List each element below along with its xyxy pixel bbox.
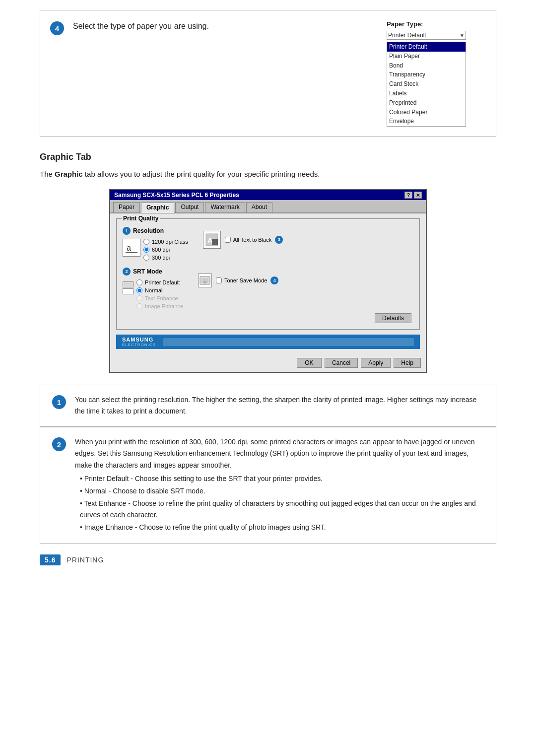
all-text-icon: A <box>203 231 221 249</box>
resolution-options: 1200 dpi Class 600 dpi 300 dpi <box>143 239 188 261</box>
graphic-tab-heading: Graphic Tab <box>40 152 496 162</box>
paper-type-option-labels[interactable]: Labels <box>387 89 466 98</box>
toner-save-icon <box>198 274 212 287</box>
info-row-1: 1 You can select the printing resolution… <box>52 394 484 417</box>
resolution-icon: a <box>123 239 140 257</box>
resolution-600-radio[interactable] <box>143 247 149 253</box>
srt-normal[interactable]: Normal <box>136 287 183 293</box>
info-1-num: 1 <box>52 395 66 409</box>
print-quality-title: Print Quality <box>122 215 160 222</box>
help-button[interactable]: Help <box>394 358 421 368</box>
tab-about[interactable]: About <box>246 202 272 212</box>
resolution-col: 1 Resolution a 1200 dpi Class <box>123 227 188 261</box>
print-quality-group: Print Quality 1 Resolution a <box>116 218 420 330</box>
info-box-1: 1 You can select the printing resolution… <box>40 385 496 426</box>
dialog-tabs: Paper Graphic Output Watermark About <box>110 200 426 213</box>
srt-options: Printer Default Normal Text Enhance <box>136 279 183 309</box>
resolution-1200-radio[interactable] <box>143 239 149 245</box>
toner-save-num: 4 <box>270 276 278 284</box>
resolution-1200dpi[interactable]: 1200 dpi Class <box>143 239 188 245</box>
resolution-600dpi[interactable]: 600 dpi <box>143 247 188 253</box>
svg-rect-4 <box>212 239 218 245</box>
paper-type-section: 4 Select the type of paper you are using… <box>40 10 496 137</box>
srt-text-enhance[interactable]: Text Enhance <box>136 295 183 301</box>
tab-output[interactable]: Output <box>175 202 204 212</box>
footer-label: Printing <box>67 556 104 564</box>
samsung-logo-bar: SAMSUNG ELECTRONICS <box>116 335 420 349</box>
srt-text-enhance-radio[interactable] <box>136 295 142 301</box>
srt-mode-label-text: SRT Mode <box>133 268 162 275</box>
info-2-body: When you print with the resolution of 30… <box>75 438 475 469</box>
srt-icon <box>123 281 134 294</box>
tab-graphic[interactable]: Graphic <box>141 203 174 213</box>
tab-watermark[interactable]: Watermark <box>205 202 245 212</box>
dialog-titlebar: Samsung SCX-5x15 Series PCL 6 Properties… <box>110 190 426 200</box>
dialog-help-btn[interactable]: ? <box>404 192 412 199</box>
samsung-logo-sub: ELECTRONICS <box>122 343 156 347</box>
paper-type-instruction: Select the type of paper you are using. <box>73 20 209 32</box>
toner-save-checkbox-row: Toner Save Mode 4 <box>216 276 278 284</box>
defaults-button[interactable]: Defaults <box>375 313 411 323</box>
toner-save-checkbox[interactable] <box>216 277 222 283</box>
paper-type-option-printer-default[interactable]: Printer Default <box>387 42 466 52</box>
resolution-row: 1 Resolution a 1200 dpi Class <box>123 227 413 261</box>
dialog-body: Print Quality 1 Resolution a <box>110 213 426 356</box>
paper-type-selected-value: Printer Default <box>388 32 426 39</box>
samsung-logo-graphic <box>163 338 414 346</box>
paper-type-option-plain-paper[interactable]: Plain Paper <box>387 52 466 61</box>
graphic-tab-desc: The Graphic tab allows you to adjust the… <box>40 168 496 180</box>
info-1-text: You can select the printing resolution. … <box>75 394 484 417</box>
all-text-black-num: 3 <box>275 236 283 244</box>
srt-image-enhance[interactable]: Image Enhance <box>136 303 183 309</box>
dialog-titlebar-buttons: ? ✕ <box>404 192 422 199</box>
samsung-logo-text: SAMSUNG <box>122 337 156 343</box>
paper-type-option-preprinted[interactable]: Preprinted <box>387 98 466 108</box>
info-2-bullet-3: Text Enhance - Choose to refine the prin… <box>80 498 484 521</box>
dialog-close-btn[interactable]: ✕ <box>414 192 422 199</box>
resolution-1200-label: 1200 dpi Class <box>152 239 188 245</box>
tab-paper[interactable]: Paper <box>113 202 140 212</box>
svg-rect-7 <box>203 281 206 283</box>
srt-normal-radio[interactable] <box>136 287 142 293</box>
toner-save-col: Toner Save Mode 4 <box>198 272 278 287</box>
ok-button[interactable]: OK <box>297 358 322 368</box>
srt-mode-col: 2 SRT Mode Printer Default <box>123 268 183 309</box>
srt-printer-default-label: Printer Default <box>145 279 180 285</box>
step-4-circle: 4 <box>50 21 64 35</box>
paper-type-label: Paper Type: <box>387 20 486 28</box>
resolution-label-text: Resolution <box>133 227 164 234</box>
apply-button[interactable]: Apply <box>361 358 391 368</box>
svg-text:A: A <box>207 236 212 244</box>
paper-type-option-card-stock[interactable]: Card Stock <box>387 79 466 89</box>
paper-type-left: 4 Select the type of paper you are using… <box>50 20 372 35</box>
paper-type-option-envelope[interactable]: Envelope <box>387 117 466 126</box>
srt-text-enhance-label: Text Enhance <box>145 295 178 301</box>
all-text-black-checkbox[interactable] <box>225 237 231 243</box>
paper-type-option-transparency[interactable]: Transparency <box>387 70 466 79</box>
cancel-button[interactable]: Cancel <box>325 358 358 368</box>
info-2-bullets: Printer Default - Choose this setting to… <box>80 473 484 533</box>
resolution-300-radio[interactable] <box>143 255 149 261</box>
srt-image-enhance-radio[interactable] <box>136 303 142 309</box>
srt-printer-default[interactable]: Printer Default <box>136 279 183 285</box>
paper-type-list: Printer Default Plain Paper Bond Transpa… <box>387 42 466 127</box>
footer-page-num: 5.6 <box>40 554 61 565</box>
paper-type-dropdown[interactable]: Printer Default ▼ <box>387 31 466 40</box>
paper-type-option-colored-paper[interactable]: Colored Paper <box>387 108 466 117</box>
info-2-text: When you print with the resolution of 30… <box>75 436 484 534</box>
dropdown-arrow-icon[interactable]: ▼ <box>460 33 465 38</box>
page-footer: 5.6 Printing <box>40 552 496 565</box>
srt-step-num: 2 <box>123 268 131 275</box>
paper-type-option-bond[interactable]: Bond <box>387 61 466 70</box>
all-text-black-label: All Text to Black <box>233 237 271 243</box>
info-row-2: 2 When you print with the resolution of … <box>52 436 484 534</box>
srt-printer-default-radio[interactable] <box>136 279 142 285</box>
all-text-black-checkbox-row: All Text to Black 3 <box>225 236 283 244</box>
resolution-300dpi[interactable]: 300 dpi <box>143 255 188 261</box>
dialog-footer: OK Cancel Apply Help <box>110 356 426 372</box>
info-2-num: 2 <box>52 437 66 451</box>
srt-mode-row: 2 SRT Mode Printer Default <box>123 268 413 309</box>
defaults-row: Defaults <box>123 313 411 323</box>
toner-save-label: Toner Save Mode <box>224 277 267 283</box>
svg-text:a: a <box>127 244 131 252</box>
